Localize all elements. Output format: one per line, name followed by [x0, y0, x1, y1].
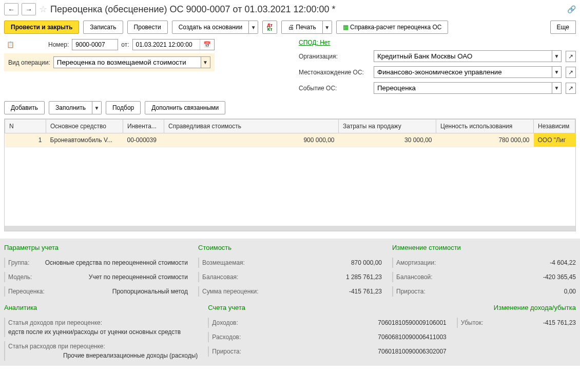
- chevron-down-icon: ▼: [94, 105, 100, 111]
- create-based-dropdown[interactable]: ▼: [249, 21, 258, 34]
- col-salecost[interactable]: Затраты на продажу: [339, 120, 436, 133]
- chevron-down-icon: ▼: [554, 69, 559, 75]
- location-input[interactable]: [374, 66, 552, 78]
- amort-value: -4 604,22: [550, 259, 576, 266]
- cost-reval-label: Сумма переоценки:: [202, 288, 259, 295]
- recov-value: 870 000,00: [351, 259, 382, 266]
- group-label: Группа:: [8, 259, 29, 266]
- assets-table-wrap: N Основное средство Инвента... Справедли…: [4, 119, 576, 231]
- add-button[interactable]: Добавить: [4, 101, 45, 114]
- model-value: Учет по переоцененной стоимости: [89, 273, 188, 281]
- save-button[interactable]: Записать: [83, 21, 123, 34]
- params-title: Параметры учета: [4, 244, 188, 251]
- extend-button[interactable]: Дополнить связанными: [145, 101, 225, 114]
- location-label: Местонахождение ОС:: [299, 69, 371, 76]
- print-button[interactable]: 🖨 Печать: [281, 21, 323, 34]
- dtkt-button[interactable]: ДтКт: [262, 21, 277, 34]
- event-input[interactable]: [374, 82, 552, 94]
- profit-title: Изменение дохода/убытка: [457, 304, 576, 311]
- cell-indep[interactable]: ООО "Лиг: [534, 133, 575, 147]
- col-inv[interactable]: Инвента...: [123, 120, 164, 133]
- loss-label: Убыток:: [461, 319, 483, 326]
- cell-fair[interactable]: 900 000,00: [164, 133, 339, 147]
- fill-dropdown[interactable]: ▼: [92, 101, 102, 114]
- analytics-title: Аналитика: [4, 304, 198, 311]
- organization-dropdown[interactable]: ▼: [552, 50, 562, 62]
- col-usevalue[interactable]: Ценность использования: [436, 120, 534, 133]
- operation-type-label: Вид операции:: [8, 59, 50, 66]
- pick-button[interactable]: Подбор: [106, 101, 141, 114]
- document-icon: 📋: [4, 40, 16, 49]
- dtkt-icon: ДтКт: [267, 23, 273, 31]
- loss-value: -415 761,23: [543, 319, 576, 326]
- date-input[interactable]: [133, 40, 200, 50]
- cell-usevalue[interactable]: 780 000,00: [436, 133, 534, 147]
- cell-salecost[interactable]: 30 000,00: [339, 133, 436, 147]
- more-button[interactable]: Еще: [550, 21, 576, 34]
- number-input[interactable]: [72, 39, 118, 50]
- acc-inc-label: Доходов:: [212, 319, 238, 326]
- bal-label: Балансовая:: [202, 273, 238, 281]
- reval-value: Пропорциональный метод: [112, 288, 188, 295]
- delta-bal-value: -420 365,45: [543, 273, 576, 281]
- horizontal-scrollbar[interactable]: [5, 226, 575, 231]
- chevron-down-icon: ▼: [324, 25, 330, 30]
- chevron-down-icon: ▼: [251, 25, 256, 30]
- date-input-wrap: 📅: [132, 39, 215, 50]
- arrow-left-icon: ←: [8, 6, 14, 13]
- location-open-button[interactable]: ↗: [566, 67, 576, 78]
- nav-back-button[interactable]: ←: [4, 3, 18, 15]
- create-based-button[interactable]: Создать на основании: [172, 21, 249, 34]
- acc-grow-label: Прироста:: [212, 348, 241, 355]
- cost-title: Стоимость: [198, 244, 382, 251]
- calendar-icon[interactable]: 📅: [200, 40, 214, 50]
- cell-n[interactable]: 1: [5, 133, 46, 147]
- organization-input[interactable]: [374, 50, 552, 62]
- col-n[interactable]: N: [5, 120, 46, 133]
- chevron-down-icon: ▼: [554, 85, 559, 91]
- organization-label: Организация:: [299, 53, 371, 60]
- acc-exp-value: 70606810090006411003: [378, 334, 446, 341]
- nav-forward-button[interactable]: →: [22, 3, 36, 15]
- operation-type-dropdown[interactable]: ▼: [201, 56, 210, 68]
- accounts-title: Счета учета: [208, 304, 446, 311]
- col-asset[interactable]: Основное средство: [46, 120, 123, 133]
- event-label: Событие ОС:: [299, 85, 371, 92]
- delta-title: Изменение стоимости: [392, 244, 576, 251]
- arrow-right-icon: →: [25, 6, 32, 13]
- reval-label: Переоценка:: [8, 288, 45, 295]
- col-fair[interactable]: Справедливая стоимость: [164, 120, 339, 133]
- number-label: Номер:: [48, 41, 69, 48]
- location-dropdown[interactable]: ▼: [552, 66, 562, 78]
- assets-table[interactable]: N Основное средство Инвента... Справедли…: [5, 119, 575, 147]
- cell-inv[interactable]: 00-000039: [123, 133, 164, 147]
- chevron-down-icon: ▼: [203, 60, 208, 65]
- grow-value: 0,00: [564, 288, 576, 295]
- chevron-down-icon: ▼: [554, 53, 559, 59]
- spod-link[interactable]: СПОД: Нет: [299, 39, 576, 46]
- acc-exp-label: Расходов:: [212, 334, 241, 341]
- col-indep[interactable]: Независим: [534, 120, 575, 133]
- organization-open-button[interactable]: ↗: [566, 51, 576, 62]
- post-close-button[interactable]: Провести и закрыть: [4, 21, 79, 34]
- income-article-label: Статья доходов при переоценке:: [8, 319, 102, 326]
- income-article-value: едств после их уценки/расходы от уценки …: [8, 328, 181, 336]
- bal-value: 1 285 761,23: [346, 273, 382, 281]
- acc-grow-value: 70601810090006302007: [378, 348, 446, 355]
- expense-article-label: Статья расходов при переоценке:: [8, 343, 105, 350]
- delta-bal-label: Балансовой:: [396, 273, 433, 281]
- event-open-button[interactable]: ↗: [566, 83, 576, 94]
- cell-asset[interactable]: Бронеавтомобиль V...: [46, 133, 123, 147]
- event-dropdown[interactable]: ▼: [552, 82, 562, 94]
- link-icon[interactable]: 🔗: [567, 5, 576, 13]
- fill-button[interactable]: Заполнить: [49, 101, 92, 114]
- post-button[interactable]: Провести: [127, 21, 168, 34]
- operation-type-input[interactable]: [53, 56, 201, 68]
- favorite-star-icon[interactable]: ☆: [39, 4, 47, 15]
- print-dropdown[interactable]: ▼: [323, 21, 332, 34]
- table-row[interactable]: 1 Бронеавтомобиль V... 00-000039 900 000…: [5, 133, 575, 147]
- grow-label: Прироста:: [396, 288, 426, 295]
- model-label: Модель:: [8, 273, 32, 281]
- amort-label: Амортизации:: [396, 259, 436, 266]
- report-button[interactable]: ▦ Справка-расчет переоценка ОС: [336, 21, 449, 34]
